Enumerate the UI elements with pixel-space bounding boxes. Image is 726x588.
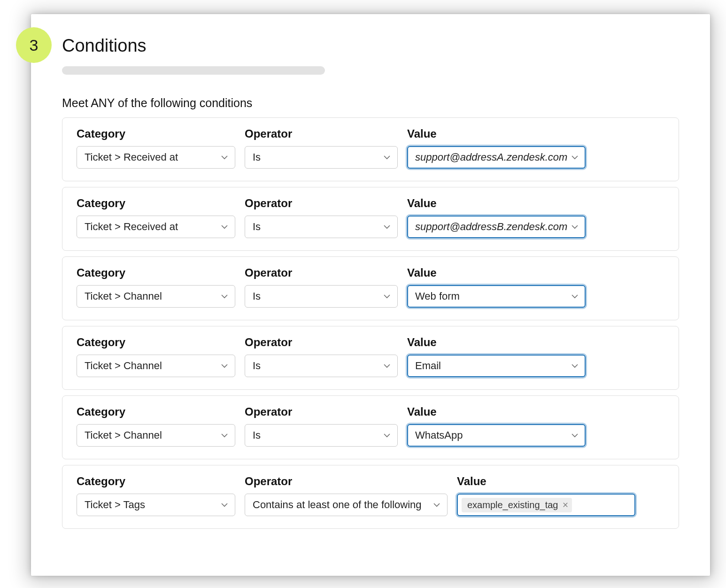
chevron-down-icon [383, 293, 391, 300]
chevron-down-icon [571, 154, 579, 161]
category-value: Ticket > Channel [85, 290, 162, 302]
value-select[interactable]: WhatsApp [407, 424, 586, 447]
chevron-down-icon [571, 293, 579, 300]
value-text: Email [415, 360, 441, 372]
chevron-down-icon [571, 432, 579, 439]
operator-label: Operator [245, 475, 448, 488]
operator-value: Contains at least one of the following [253, 499, 422, 511]
category-select[interactable]: Ticket > Channel [77, 424, 235, 447]
value-text: WhatsApp [415, 429, 463, 441]
tag-text: example_existing_tag [467, 500, 558, 511]
chevron-down-icon [383, 223, 391, 231]
operator-label: Operator [245, 127, 398, 140]
category-value: Ticket > Received at [85, 151, 178, 163]
category-select[interactable]: Ticket > Received at [77, 216, 235, 238]
chevron-down-icon [383, 432, 391, 439]
chevron-down-icon [221, 432, 228, 439]
operator-label: Operator [245, 266, 398, 279]
condition-row: CategoryTicket > ChannelOperatorIsValueW… [62, 395, 679, 459]
category-value: Ticket > Tags [85, 499, 145, 511]
value-select[interactable]: Email [407, 355, 586, 377]
category-value: Ticket > Received at [85, 221, 178, 233]
value-text: Web form [415, 290, 460, 302]
operator-value: Is [253, 360, 261, 372]
chevron-down-icon [221, 362, 228, 370]
category-select[interactable]: Ticket > Tags [77, 494, 235, 516]
category-label: Category [77, 336, 235, 349]
operator-select[interactable]: Contains at least one of the following [245, 494, 448, 516]
value-label: Value [407, 405, 586, 418]
operator-label: Operator [245, 336, 398, 349]
operator-label: Operator [245, 405, 398, 418]
conditions-panel: Conditions Meet ANY of the following con… [31, 14, 710, 576]
value-select[interactable]: Web form [407, 285, 586, 308]
value-tag-input[interactable]: example_existing_tag [457, 494, 635, 516]
chevron-down-icon [221, 293, 228, 300]
match-mode-label: Meet ANY of the following conditions [62, 96, 679, 110]
category-select[interactable]: Ticket > Channel [77, 355, 235, 377]
value-text: support@addressB.zendesk.com [415, 221, 567, 233]
chevron-down-icon [383, 154, 391, 161]
operator-select[interactable]: Is [245, 424, 398, 447]
condition-row: CategoryTicket > ChannelOperatorIsValueE… [62, 326, 679, 390]
chevron-down-icon [221, 154, 228, 161]
value-text: support@addressA.zendesk.com [415, 151, 567, 163]
step-badge: 3 [16, 27, 52, 63]
operator-value: Is [253, 429, 261, 441]
chevron-down-icon [221, 223, 228, 231]
condition-row: CategoryTicket > Received atOperatorIsVa… [62, 187, 679, 251]
remove-tag-icon[interactable] [563, 502, 568, 508]
value-label: Value [407, 127, 586, 140]
chevron-down-icon [221, 501, 228, 509]
category-select[interactable]: Ticket > Channel [77, 285, 235, 308]
chevron-down-icon [433, 501, 440, 509]
category-value: Ticket > Channel [85, 429, 162, 441]
category-label: Category [77, 405, 235, 418]
category-label: Category [77, 266, 235, 279]
condition-row: CategoryTicket > Received atOperatorIsVa… [62, 117, 679, 181]
chevron-down-icon [571, 223, 579, 231]
operator-value: Is [253, 151, 261, 163]
category-label: Category [77, 475, 235, 488]
operator-select[interactable]: Is [245, 216, 398, 238]
value-label: Value [457, 475, 635, 488]
category-value: Ticket > Channel [85, 360, 162, 372]
category-select[interactable]: Ticket > Received at [77, 146, 235, 169]
operator-select[interactable]: Is [245, 285, 398, 308]
operator-select[interactable]: Is [245, 146, 398, 169]
condition-row: CategoryTicket > ChannelOperatorIsValueW… [62, 256, 679, 320]
conditions-list: CategoryTicket > Received atOperatorIsVa… [62, 117, 679, 529]
description-placeholder [62, 66, 325, 75]
category-label: Category [77, 127, 235, 140]
chevron-down-icon [571, 362, 579, 370]
step-number: 3 [30, 36, 39, 54]
value-select[interactable]: support@addressB.zendesk.com [407, 216, 586, 238]
operator-value: Is [253, 221, 261, 233]
value-label: Value [407, 266, 586, 279]
value-label: Value [407, 336, 586, 349]
chevron-down-icon [383, 362, 391, 370]
condition-row: CategoryTicket > TagsOperatorContains at… [62, 465, 679, 529]
value-label: Value [407, 197, 586, 210]
category-label: Category [77, 197, 235, 210]
operator-select[interactable]: Is [245, 355, 398, 377]
operator-value: Is [253, 290, 261, 302]
conditions-heading: Conditions [62, 36, 679, 56]
operator-label: Operator [245, 197, 398, 210]
value-select[interactable]: support@addressA.zendesk.com [407, 146, 586, 169]
tag-pill: example_existing_tag [462, 498, 572, 512]
